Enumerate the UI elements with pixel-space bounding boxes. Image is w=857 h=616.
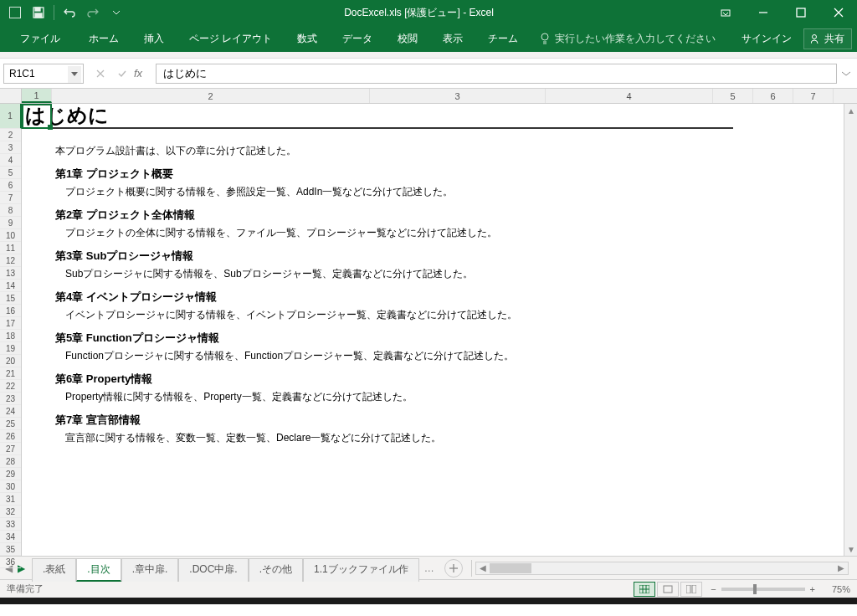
new-sheet-button[interactable]: [444, 559, 463, 578]
redo-icon[interactable]: [83, 3, 103, 23]
row-header[interactable]: 6: [0, 179, 21, 192]
row-header[interactable]: 33: [0, 518, 21, 531]
col-header[interactable]: 4: [546, 89, 713, 103]
tell-me-search[interactable]: 実行したい作業を入力してください: [531, 32, 724, 46]
scroll-up-icon[interactable]: ▲: [844, 104, 857, 117]
scroll-down-icon[interactable]: ▼: [844, 542, 857, 556]
tab-review[interactable]: 校閲: [386, 25, 429, 52]
undo-icon[interactable]: [59, 3, 80, 23]
tab-view[interactable]: 表示: [431, 25, 475, 52]
sheet-tab[interactable]: .目次: [76, 558, 121, 582]
zoom-out-button[interactable]: −: [711, 584, 716, 594]
qat-dropdown-icon[interactable]: [106, 3, 126, 23]
row-header[interactable]: 14: [0, 280, 21, 292]
scroll-thumb[interactable]: [490, 563, 531, 573]
row-header[interactable]: 12: [0, 254, 21, 267]
tab-team[interactable]: チーム: [476, 25, 530, 52]
row-header[interactable]: 4: [0, 154, 21, 167]
name-box[interactable]: R1C1: [3, 64, 84, 84]
scroll-left-icon[interactable]: ◀: [476, 562, 490, 575]
name-box-dropdown-icon[interactable]: [68, 66, 81, 83]
row-header[interactable]: 7: [0, 192, 21, 204]
row-header[interactable]: 31: [0, 493, 21, 506]
close-icon[interactable]: [819, 0, 857, 25]
row-header[interactable]: 19: [0, 342, 21, 355]
select-all-corner[interactable]: [0, 89, 22, 103]
enter-formula-icon[interactable]: [112, 64, 132, 84]
row-header[interactable]: 25: [0, 418, 21, 430]
row-header[interactable]: 30: [0, 480, 21, 493]
ribbon-options-icon[interactable]: [706, 0, 744, 25]
chapter: 第4章 イベントプロシージャ情報イベントプロシージャに関する情報を、イベントプロ…: [55, 290, 733, 322]
row-header[interactable]: 27: [0, 443, 21, 455]
row-header[interactable]: 35: [0, 543, 21, 556]
sheet-tab[interactable]: .表紙: [32, 558, 76, 582]
row-header[interactable]: 9: [0, 217, 21, 229]
row-header[interactable]: 34: [0, 531, 21, 543]
col-header[interactable]: 3: [370, 89, 546, 103]
row-header[interactable]: 18: [0, 330, 21, 342]
row-header[interactable]: 2: [0, 129, 21, 141]
sheet-tab[interactable]: .DOC中扉.: [178, 558, 248, 582]
worksheet-grid[interactable]: 1234567891011121314151617181920212223242…: [0, 104, 857, 556]
save-icon[interactable]: [28, 3, 49, 23]
sheet-tab[interactable]: .章中扉.: [121, 558, 179, 582]
share-button[interactable]: 共有: [803, 28, 852, 49]
row-header[interactable]: 21: [0, 367, 21, 380]
view-pagebreak-icon[interactable]: [680, 582, 702, 597]
sheet-tab[interactable]: .その他: [249, 558, 303, 582]
tab-formulas[interactable]: 数式: [285, 25, 329, 52]
expand-formula-icon[interactable]: [839, 64, 854, 84]
scroll-track[interactable]: [490, 562, 834, 574]
taskbar: [0, 598, 857, 604]
maximize-icon[interactable]: [782, 0, 819, 25]
zoom-in-button[interactable]: +: [810, 584, 815, 594]
tab-insert[interactable]: 挿入: [132, 25, 176, 52]
row-header[interactable]: 11: [0, 242, 21, 254]
row-header[interactable]: 5: [0, 167, 21, 179]
zoom-knob[interactable]: [753, 584, 757, 594]
fx-icon[interactable]: fx: [134, 67, 142, 80]
sheet-more-icon[interactable]: …: [419, 559, 439, 578]
excel-icon[interactable]: [5, 3, 25, 23]
row-header[interactable]: 16: [0, 305, 21, 317]
row-header[interactable]: 36: [0, 556, 21, 568]
row-header[interactable]: 20: [0, 355, 21, 367]
row-header[interactable]: 1: [0, 104, 22, 129]
vertical-scrollbar[interactable]: ▲ ▼: [844, 104, 857, 556]
scroll-right-icon[interactable]: ▶: [834, 562, 848, 575]
row-header[interactable]: 8: [0, 204, 21, 217]
row-header[interactable]: 26: [0, 430, 21, 443]
horizontal-scrollbar[interactable]: ◀ ▶: [475, 562, 849, 575]
zoom-slider[interactable]: [721, 588, 805, 591]
signin-link[interactable]: サインイン: [731, 32, 802, 46]
row-header[interactable]: 17: [0, 317, 21, 330]
row-header[interactable]: 28: [0, 455, 21, 468]
zoom-percent[interactable]: 75%: [820, 584, 850, 594]
col-header[interactable]: 1: [22, 89, 52, 103]
tab-home[interactable]: ホーム: [77, 25, 131, 52]
tab-file[interactable]: ファイル: [5, 25, 75, 52]
row-header[interactable]: 32: [0, 506, 21, 518]
formula-input[interactable]: はじめに: [156, 64, 837, 84]
row-header[interactable]: 10: [0, 229, 21, 242]
col-header[interactable]: 6: [753, 89, 793, 103]
row-header[interactable]: 24: [0, 405, 21, 418]
row-header[interactable]: 3: [0, 141, 21, 154]
view-pagelayout-icon[interactable]: [657, 582, 679, 597]
row-header[interactable]: 29: [0, 468, 21, 480]
sheet-tab[interactable]: 1.1ブックファイル作: [303, 558, 419, 582]
cells-area[interactable]: はじめに 本プログラム設計書は、以下の章に分けて記述した。 第1章 プロジェクト…: [22, 104, 857, 556]
row-header[interactable]: 23: [0, 393, 21, 405]
row-header[interactable]: 15: [0, 292, 21, 305]
row-header[interactable]: 22: [0, 380, 21, 393]
tab-pagelayout[interactable]: ページ レイアウト: [177, 25, 284, 52]
minimize-icon[interactable]: [744, 0, 782, 25]
tab-data[interactable]: データ: [331, 25, 384, 52]
cancel-formula-icon[interactable]: [90, 64, 110, 84]
col-header[interactable]: 7: [793, 89, 834, 103]
col-header[interactable]: 2: [52, 89, 370, 103]
view-normal-icon[interactable]: [634, 582, 655, 597]
col-header[interactable]: 5: [713, 89, 753, 103]
row-header[interactable]: 13: [0, 267, 21, 280]
